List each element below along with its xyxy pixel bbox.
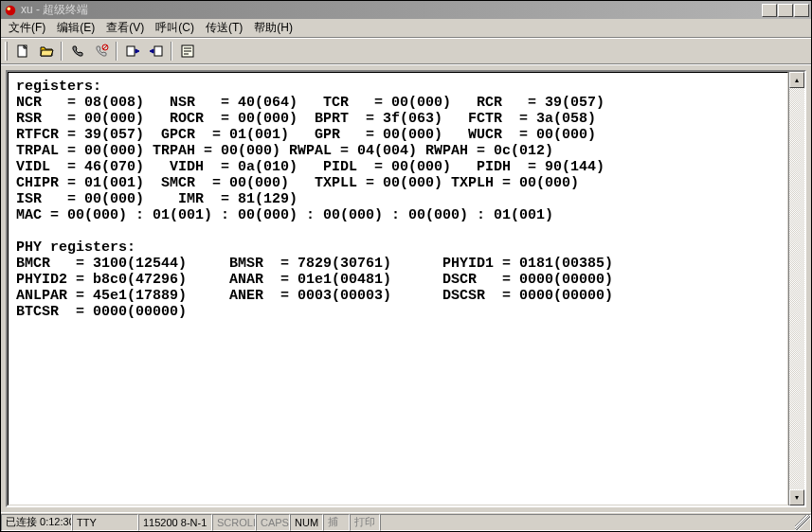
status-scroll: SCROLL (212, 514, 256, 531)
phone-hangup-icon (94, 44, 109, 59)
terminal-output[interactable]: registers: NCR = 08(008) NSR = 40(064) T… (8, 72, 788, 505)
svg-point-1 (8, 7, 11, 10)
open-button[interactable] (35, 41, 57, 62)
receive-file-icon (149, 44, 164, 59)
content-area: registers: NCR = 08(008) NSR = 40(064) T… (1, 64, 811, 512)
maximize-button[interactable]: □ (778, 4, 793, 17)
menu-file[interactable]: 文件(F) (3, 18, 51, 38)
disconnect-button[interactable] (90, 41, 112, 62)
status-tty: TTY (72, 514, 138, 531)
scroll-up-button[interactable]: ▴ (789, 72, 804, 88)
menu-edit[interactable]: 编辑(E) (51, 18, 100, 38)
menubar: 文件(F) 编辑(E) 查看(V) 呼叫(C) 传送(T) 帮助(H) (1, 19, 811, 38)
close-button[interactable]: ✕ (794, 4, 809, 17)
scroll-track[interactable] (789, 88, 804, 489)
menu-transfer[interactable]: 传送(T) (200, 18, 248, 38)
menu-view[interactable]: 查看(V) (100, 18, 150, 38)
send-button[interactable] (121, 41, 143, 62)
send-file-icon (125, 44, 140, 59)
status-connected: 已连接 0:12:30 (1, 514, 72, 531)
status-spacer (380, 514, 811, 531)
svg-point-0 (6, 5, 16, 15)
status-caps: CAPS (256, 514, 290, 531)
new-button[interactable] (11, 41, 33, 62)
connect-button[interactable] (66, 41, 88, 62)
status-num: NUM (290, 514, 323, 531)
svg-rect-5 (127, 46, 135, 56)
app-window: xu - 超级终端 _ □ ✕ 文件(F) 编辑(E) 查看(V) 呼叫(C) … (0, 0, 812, 532)
properties-icon (180, 44, 195, 59)
titlebar-buttons: _ □ ✕ (761, 4, 809, 17)
properties-button[interactable] (176, 41, 198, 62)
toolbar (1, 38, 811, 64)
minimize-button[interactable]: _ (762, 4, 777, 17)
title-text: xu - 超级终端 (21, 2, 761, 18)
app-icon (3, 3, 18, 18)
toolbar-separator (116, 42, 117, 61)
menu-call[interactable]: 呼叫(C) (150, 18, 200, 38)
scroll-down-button[interactable]: ▾ (789, 489, 804, 505)
status-capture: 捕 (323, 514, 350, 531)
phone-icon (70, 44, 85, 59)
menu-help[interactable]: 帮助(H) (248, 18, 298, 38)
open-folder-icon (39, 44, 54, 59)
new-icon (15, 44, 30, 59)
toolbar-handle[interactable] (5, 42, 8, 61)
terminal-frame: registers: NCR = 08(008) NSR = 40(064) T… (6, 70, 806, 507)
receive-button[interactable] (145, 41, 167, 62)
vertical-scrollbar[interactable]: ▴ ▾ (788, 72, 804, 505)
titlebar: xu - 超级终端 _ □ ✕ (1, 1, 811, 19)
status-line-settings: 115200 8-N-1 (138, 514, 212, 531)
statusbar: 已连接 0:12:30 TTY 115200 8-N-1 SCROLL CAPS… (1, 512, 811, 531)
toolbar-separator (171, 42, 172, 61)
svg-line-4 (103, 45, 107, 49)
svg-rect-6 (154, 46, 162, 56)
status-print: 打印 (350, 514, 380, 531)
resize-grip[interactable] (795, 515, 810, 530)
toolbar-separator (61, 42, 63, 61)
